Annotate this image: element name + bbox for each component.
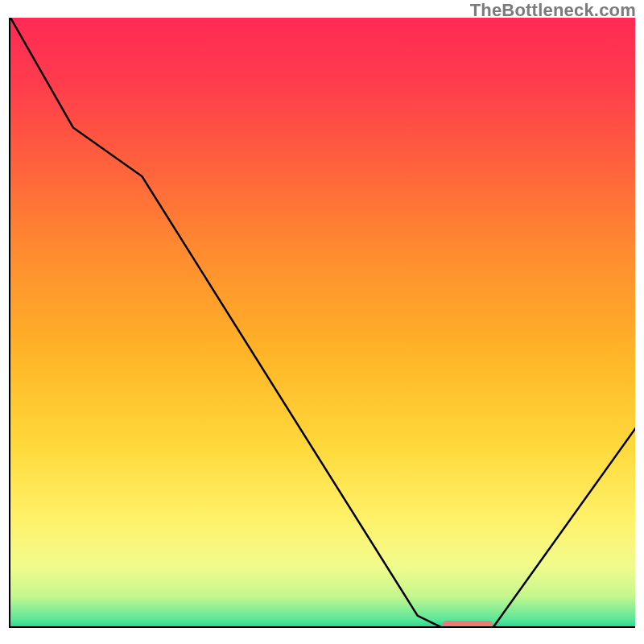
bottleneck-curve-line — [10, 18, 635, 628]
optimal-range-marker — [443, 621, 493, 628]
plot-area — [9, 18, 635, 628]
chart-frame — [9, 18, 635, 644]
